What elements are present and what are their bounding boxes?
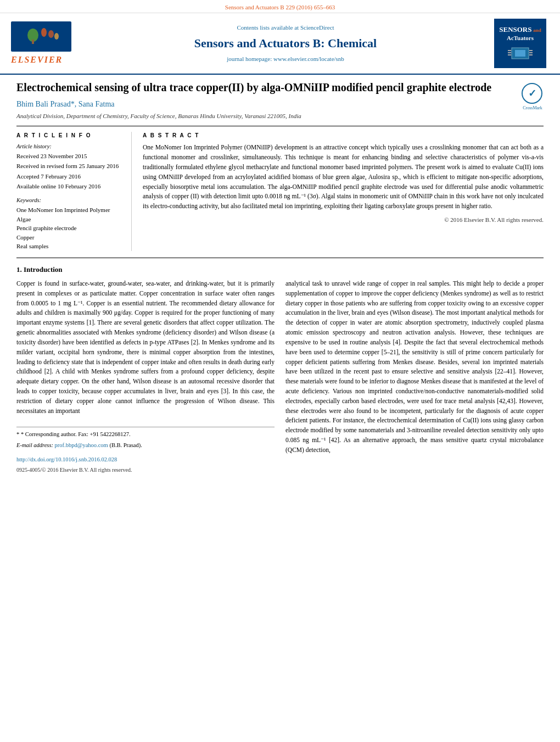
intro-heading: 1. Introduction — [16, 265, 544, 275]
elsevier-logo-box — [11, 21, 71, 52]
intro-right-col: analytical task to unravel wide range of… — [285, 279, 544, 475]
contents-label: Contents lists available at — [237, 24, 299, 31]
footnote-email-name: (B.B. Prasad). — [109, 442, 142, 448]
journal-header-center: Contents lists available at ScienceDirec… — [77, 24, 494, 64]
footnote-email-line: E-mail address: prof.bbpd@yahoo.com (B.B… — [16, 441, 275, 450]
copyright-line: © 2016 Elsevier B.V. All rights reserved… — [143, 216, 544, 224]
svg-rect-7 — [515, 50, 525, 57]
svg-rect-11 — [529, 50, 533, 51]
journal-homepage: journal homepage: www.elsevier.com/locat… — [88, 55, 483, 63]
keywords-section: Keywords: One MoNomer Ion Imprinted Poly… — [16, 197, 123, 251]
crossmark-icon: ✓ — [522, 83, 542, 104]
article-main-title: Electrochemical sensing of ultra trace c… — [16, 80, 511, 94]
sensors-logo-box: SENSORS and AcTuators — [494, 19, 546, 68]
article-body: Electrochemical sensing of ultra trace c… — [0, 75, 560, 485]
footnote-star-text: * Corresponding author. Fax: +91 5422268… — [21, 431, 131, 437]
intro-right-text: analytical task to unravel wide range of… — [285, 279, 544, 455]
accepted-date: Accepted 7 February 2016 — [16, 172, 123, 181]
footnote-email-label: E-mail address: — [16, 442, 53, 448]
science-direct-link[interactable]: ScienceDirect — [300, 24, 334, 31]
doi-link[interactable]: http://dx.doi.org/10.1016/j.snb.2016.02.… — [16, 455, 275, 464]
abstract-text: One MoNomer Ion Imprinted Polymer (OMNiI… — [143, 143, 544, 211]
elsevier-logo: ELSEVIER — [11, 21, 77, 66]
footnote-star-symbol: * — [16, 431, 21, 437]
article-history-label: Article history: — [16, 143, 123, 151]
homepage-url[interactable]: www.elsevier.com/locate/snb — [273, 55, 344, 62]
keywords-label: Keywords: — [16, 197, 123, 205]
svg-point-4 — [48, 30, 54, 38]
elsevier-logo-svg — [19, 24, 63, 49]
sensors-logo-bottom: AcTuators — [507, 34, 534, 42]
available-date: Available online 10 February 2016 — [16, 182, 123, 191]
section-divider — [16, 258, 544, 258]
keyword-3: Copper — [16, 233, 123, 242]
abstract-col: A B S T R A C T One MoNomer Ion Imprinte… — [143, 132, 544, 250]
article-info-abstract: A R T I C L E I N F O Article history: R… — [16, 132, 544, 250]
sensors-logo-top: SENSORS and — [499, 25, 541, 34]
keyword-2: Pencil graphite electrode — [16, 224, 123, 233]
sensors-chip-icon — [505, 45, 535, 62]
footnote-email[interactable]: prof.bbpd@yahoo.com — [55, 442, 108, 448]
svg-point-3 — [41, 28, 47, 37]
svg-rect-10 — [508, 54, 511, 55]
article-info-col: A R T I C L E I N F O Article history: R… — [16, 132, 132, 250]
svg-rect-9 — [508, 52, 511, 53]
doi-area: http://dx.doi.org/10.1016/j.snb.2016.02.… — [16, 455, 275, 475]
journal-ref: Sensors and Actuators B 229 (2016) 655–6… — [225, 4, 335, 10]
article-affiliation: Analytical Division, Department of Chemi… — [16, 112, 511, 120]
top-bar: Sensors and Actuators B 229 (2016) 655–6… — [0, 0, 560, 13]
sensors-and: and — [533, 27, 541, 33]
keyword-4: Real samples — [16, 242, 123, 251]
intro-left-text: Copper is found in surface-water, ground… — [16, 279, 275, 416]
journal-header: ELSEVIER Contents lists available at Sci… — [0, 13, 560, 75]
contents-line: Contents lists available at ScienceDirec… — [88, 24, 483, 32]
article-title-text: Electrochemical sensing of ultra trace c… — [16, 80, 522, 120]
page: Sensors and Actuators B 229 (2016) 655–6… — [0, 0, 560, 486]
article-title-section: Electrochemical sensing of ultra trace c… — [16, 80, 544, 126]
article-authors: Bhim Bali Prasad*, Sana Fatma — [16, 99, 511, 110]
intro-left-col: Copper is found in surface-water, ground… — [16, 279, 275, 475]
intro-section-heading: 1. Introduction — [16, 265, 544, 275]
crossmark-label: CrossMark — [522, 105, 544, 111]
svg-rect-12 — [529, 52, 533, 53]
journal-title: Sensors and Actuators B: Chemical — [88, 35, 483, 52]
crossmark-badge: ✓ CrossMark — [522, 83, 544, 105]
received-revised-date: Received in revised form 25 January 2016 — [16, 162, 123, 170]
abstract-label: A B S T R A C T — [143, 132, 544, 140]
keyword-1: Algae — [16, 215, 123, 224]
homepage-label: journal homepage: — [227, 55, 272, 62]
received-date: Received 23 November 2015 — [16, 152, 123, 160]
svg-rect-2 — [32, 40, 34, 44]
article-info-label: A R T I C L E I N F O — [16, 132, 123, 140]
footnote-star-line: * * Corresponding author. Fax: +91 54222… — [16, 430, 275, 439]
sensors-logo-area: SENSORS and AcTuators — [494, 19, 549, 68]
main-content: Copper is found in surface-water, ground… — [16, 279, 544, 475]
svg-point-5 — [54, 33, 59, 40]
svg-rect-8 — [508, 50, 511, 51]
keyword-0: One MoNomer Ion Imprinted Polymer — [16, 205, 123, 215]
footnote-area: * * Corresponding author. Fax: +91 54222… — [16, 427, 275, 450]
elsevier-logo-area: ELSEVIER — [11, 21, 77, 66]
issn-line: 0925-4005/© 2016 Elsevier B.V. All right… — [16, 466, 275, 475]
svg-rect-13 — [529, 54, 533, 55]
elsevier-wordmark: ELSEVIER — [11, 54, 63, 66]
